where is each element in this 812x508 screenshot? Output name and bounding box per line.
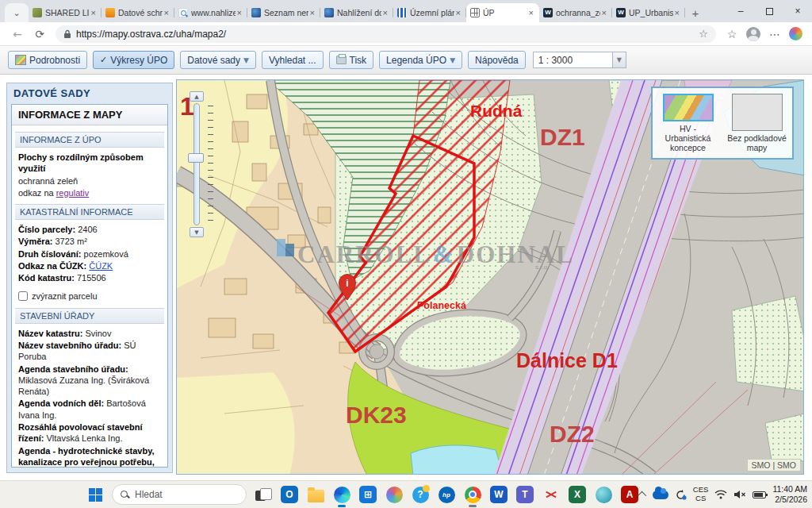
chevron-down-icon[interactable]: ▼ — [612, 52, 626, 67]
map-label-polanecka: Polanecká — [417, 300, 466, 311]
grid-icon — [397, 8, 407, 17]
zoom-slider-thumb[interactable] — [188, 153, 204, 163]
close-icon[interactable]: × — [236, 8, 243, 17]
basemap-thumbnail-selected[interactable] — [663, 94, 714, 121]
wordpress-icon: W — [543, 8, 553, 17]
button-label: Nápověda — [475, 55, 519, 66]
podrobnosti-button[interactable]: Podrobnosti — [8, 51, 87, 69]
edge-icon[interactable] — [332, 485, 351, 504]
onedrive-icon[interactable] — [653, 491, 668, 499]
word-icon[interactable]: W — [489, 485, 508, 504]
close-icon[interactable]: × — [90, 8, 98, 17]
acrobat-icon[interactable]: A — [620, 485, 639, 504]
get-help-icon[interactable]: ? — [411, 485, 430, 504]
basemap-option-none[interactable]: Bez podkladové mapy — [725, 94, 789, 152]
datove-sady-dropdown[interactable]: Datové sady ▼ — [180, 51, 256, 69]
map-roundabout-island — [370, 344, 384, 359]
basemap-option-urbanisticka[interactable]: HV - Urbanistická koncepce — [656, 94, 720, 152]
sync-icon[interactable] — [675, 489, 687, 501]
svg-text:CARROLL&DOHNAL: CARROLL&DOHNAL — [297, 241, 574, 268]
zoom-in-button[interactable]: ▲ — [190, 91, 204, 102]
close-icon[interactable]: × — [527, 8, 535, 17]
close-icon[interactable]: × — [308, 8, 316, 17]
copilot-icon[interactable] — [789, 27, 802, 40]
copilot-icon[interactable] — [385, 485, 404, 504]
close-window-button[interactable]: × — [783, 0, 812, 22]
tab-nahlizeni-kn[interactable]: Nahlížení do k × — [320, 3, 393, 22]
excel-icon[interactable]: X — [568, 485, 587, 504]
outlook-icon[interactable]: O — [280, 485, 299, 504]
search-icon — [121, 491, 129, 499]
favorites-icon[interactable]: ☆ — [722, 25, 741, 44]
tab-ochranna-zelen[interactable]: W ochranna_zele × — [539, 3, 612, 22]
new-tab-button[interactable]: + — [685, 3, 706, 22]
zoom-slider-track[interactable] — [193, 103, 200, 225]
tab-up-urbanismus[interactable]: W UP_Urbanism × — [612, 3, 685, 22]
button-label: Výkresy ÚPO — [110, 55, 167, 66]
tab-shared-list[interactable]: SHARED LIST × — [29, 3, 102, 22]
printer-icon — [336, 56, 347, 64]
tisk-button[interactable]: Tisk — [329, 51, 374, 69]
field-row: Kód katastru: 715506 — [12, 272, 167, 283]
reload-icon[interactable]: ⟳ — [30, 25, 49, 44]
tab-search-icon[interactable]: ⌄ — [5, 3, 29, 22]
vykresy-upo-button[interactable]: ✓ Výkresy ÚPO — [93, 51, 174, 69]
battery-icon[interactable] — [753, 491, 766, 498]
scale-combobox[interactable]: 1 : 3000 ▼ — [533, 52, 626, 68]
shared-list-icon — [33, 8, 42, 17]
wifi-icon[interactable] — [714, 490, 727, 499]
snipping-tool-icon[interactable] — [542, 485, 561, 504]
tab-datove-schranky[interactable]: Datové schrán × — [102, 3, 174, 22]
tab-title: Datové schrán — [118, 8, 163, 17]
cuzk-link[interactable]: ČÚZK — [89, 261, 113, 271]
window-controls: – × — [726, 0, 812, 22]
clock[interactable]: 11:40 AM2/5/2026 — [772, 484, 807, 505]
scale-value[interactable]: 1 : 3000 — [534, 55, 612, 66]
legenda-upo-dropdown[interactable]: Legenda ÚPO ▼ — [379, 51, 462, 69]
button-label: Tisk — [350, 55, 367, 66]
globe-icon — [251, 8, 261, 17]
svg-text:s.r.o.: s.r.o. — [535, 264, 549, 271]
taskbar-search[interactable]: Hledat — [112, 484, 247, 505]
close-icon[interactable]: × — [673, 8, 681, 17]
back-icon[interactable]: ← — [8, 25, 27, 44]
browser-alt-icon[interactable] — [594, 485, 613, 504]
tab-uzemni-plan[interactable]: Územní plán O × — [393, 3, 466, 22]
microsoft-store-icon[interactable]: ⊞ — [358, 485, 377, 504]
highlight-parcel-checkbox[interactable] — [18, 291, 28, 301]
tab-nahlizeni[interactable]: www.nahlizen × — [174, 3, 247, 22]
language-indicator[interactable]: CESCS — [693, 486, 709, 503]
bookmark-star-icon[interactable]: ☆ — [699, 28, 708, 40]
task-view-icon[interactable] — [254, 485, 273, 504]
basemap-thumbnail-plain[interactable] — [732, 94, 783, 131]
regulativ-link[interactable]: regulativ — [56, 188, 90, 198]
minimize-button[interactable]: – — [726, 0, 755, 22]
volume-muted-icon[interactable] — [733, 490, 746, 499]
zoom-slider: ▲ ▼ — [186, 91, 213, 237]
teams-icon[interactable]: T — [515, 485, 534, 504]
close-icon[interactable]: × — [600, 8, 608, 17]
close-icon[interactable]: × — [381, 8, 389, 17]
menu-icon[interactable]: ⋯ — [765, 25, 784, 44]
search-placeholder: Hledat — [135, 489, 163, 500]
field-row: Rozsáhlá povolovací stavební řízení: Vlt… — [12, 421, 167, 444]
start-button[interactable] — [86, 485, 105, 504]
map-viewport[interactable]: CARROLL&DOHNAL s.r.o. i 1 Rudná DZ1 Pola… — [176, 79, 804, 475]
zoom-out-button[interactable]: ▼ — [190, 227, 204, 237]
tab-up-active[interactable]: ÚP × — [466, 3, 539, 22]
field-row: Odkaz na ČÚZK: ČÚZK — [12, 260, 167, 271]
file-explorer-icon[interactable] — [306, 485, 325, 504]
profile-avatar[interactable] — [746, 27, 760, 41]
close-icon[interactable]: × — [163, 8, 170, 17]
vyhledat-button[interactable]: Vyhledat ... — [262, 51, 324, 69]
napoveda-button[interactable]: Nápověda — [468, 51, 526, 69]
url-bar[interactable]: https://mapy.ostrava.cz/uha/mapa2/ ☆ — [56, 25, 716, 43]
url-text[interactable]: https://mapy.ostrava.cz/uha/mapa2/ — [76, 29, 699, 40]
tab-seznam-nemovitosti[interactable]: Seznam nemo × — [247, 3, 320, 22]
map-watermark: CARROLL&DOHNAL s.r.o. — [277, 239, 574, 271]
hp-icon[interactable]: hp — [437, 485, 456, 504]
close-icon[interactable]: × — [454, 8, 462, 17]
chrome-icon[interactable] — [463, 485, 482, 504]
lock-icon — [63, 29, 71, 39]
restore-button[interactable] — [755, 0, 783, 22]
